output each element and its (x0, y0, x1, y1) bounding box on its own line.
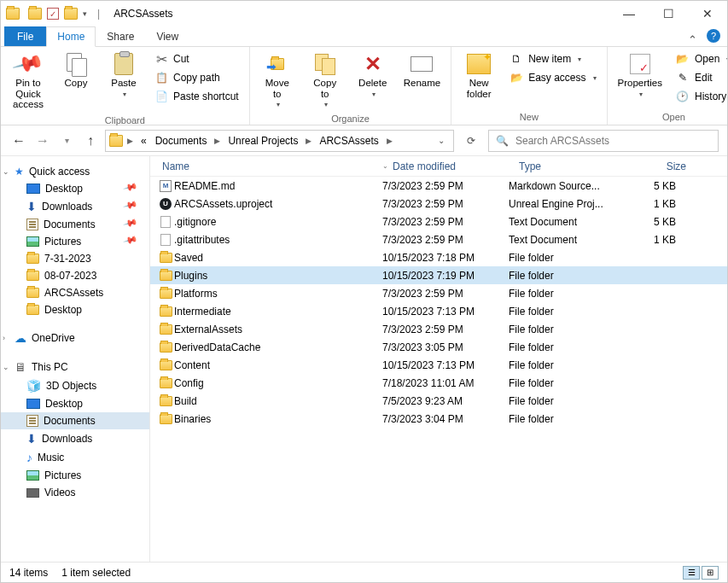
collapse-ribbon-icon[interactable]: ⌃ (681, 33, 703, 46)
table-row[interactable]: ExternalAssets7/3/2023 2:59 PMFile folde… (150, 320, 727, 338)
nav-folder[interactable]: 08-07-2023 (1, 267, 149, 284)
table-row[interactable]: MREADME.md7/3/2023 2:59 PMMarkdown Sourc… (150, 177, 727, 195)
copy-path-button[interactable]: 📋Copy path (149, 69, 244, 86)
col-size[interactable]: Size (640, 160, 691, 172)
close-button[interactable]: ✕ (688, 1, 727, 26)
up-button[interactable]: ↑ (81, 131, 100, 150)
breadcrumb-ellipsis[interactable]: « (137, 135, 150, 147)
qat-explorer-icon[interactable] (28, 8, 42, 20)
table-row[interactable]: .gitignore7/3/2023 2:59 PMText Document5… (150, 213, 727, 230)
nav-downloads[interactable]: ⬇Downloads (1, 429, 149, 448)
table-row[interactable]: Binaries7/3/2023 3:04 PMFile folder (150, 410, 727, 428)
qat-properties-icon[interactable]: ✓ (47, 8, 59, 20)
nav-desktop[interactable]: Desktop (1, 395, 149, 412)
table-row[interactable]: Plugins10/15/2023 7:19 PMFile folder (150, 266, 727, 284)
nav-documents[interactable]: Documents (1, 412, 149, 429)
col-date[interactable]: Date modified (387, 160, 514, 172)
copy-to-icon (315, 54, 335, 74)
paste-shortcut-button[interactable]: 📄Paste shortcut (149, 88, 244, 105)
file-name: DerivedDataCache (174, 341, 377, 353)
easy-access-button[interactable]: 📂Easy access▾ (504, 69, 601, 86)
expand-icon[interactable]: ⌄ (3, 167, 9, 176)
table-row[interactable]: Build7/5/2023 9:23 AMFile folder (150, 392, 727, 410)
chevron-right-icon[interactable]: ▶ (212, 137, 223, 145)
thumbnails-view-button[interactable]: ⊞ (702, 566, 719, 580)
breadcrumb[interactable]: Documents (152, 135, 211, 147)
pin-quick-access-button[interactable]: 📌 Pin to Quick access (6, 49, 50, 114)
file-type: File folder (504, 270, 630, 282)
history-button[interactable]: 🕑History (671, 88, 728, 105)
breadcrumb[interactable]: Unreal Projects (224, 135, 301, 147)
chevron-right-icon[interactable]: ▶ (125, 137, 136, 145)
nav-pictures[interactable]: Pictures📌 (1, 233, 149, 250)
table-row[interactable]: Platforms7/3/2023 2:59 PMFile folder (150, 284, 727, 302)
maximize-button[interactable]: ☐ (649, 1, 688, 26)
nav-documents[interactable]: Documents📌 (1, 216, 149, 233)
table-row[interactable]: Content10/15/2023 7:13 PMFile folder (150, 356, 727, 374)
table-row[interactable]: .gitattributes7/3/2023 2:59 PMText Docum… (150, 230, 727, 248)
nav-quick-access[interactable]: ⌄★Quick access (1, 163, 149, 180)
file-date: 7/3/2023 2:59 PM (377, 180, 504, 192)
table-row[interactable]: UARCSAssets.uproject7/3/2023 2:59 PMUnre… (150, 195, 727, 213)
refresh-button[interactable]: ⟳ (459, 130, 483, 152)
table-row[interactable]: Intermediate10/15/2023 7:13 PMFile folde… (150, 302, 727, 320)
new-item-button[interactable]: 🗋New item▾ (504, 50, 601, 67)
help-icon[interactable]: ? (707, 29, 720, 43)
table-row[interactable]: DerivedDataCache7/3/2023 3:05 PMFile fol… (150, 338, 727, 356)
copy-path-icon: 📋 (154, 71, 168, 85)
copy-icon (65, 53, 87, 75)
new-folder-button[interactable]: New folder (457, 49, 501, 102)
tab-file[interactable]: File (4, 26, 46, 46)
expand-icon[interactable]: ⌄ (3, 363, 9, 371)
details-view-button[interactable]: ☰ (683, 566, 700, 580)
edit-button[interactable]: ✎Edit (671, 69, 728, 86)
rename-button[interactable]: Rename (399, 49, 446, 92)
col-type[interactable]: Type (514, 160, 640, 172)
expand-icon[interactable]: › (3, 334, 5, 342)
table-row[interactable]: Saved10/15/2023 7:18 PMFile folder (150, 248, 727, 266)
search-input[interactable]: 🔍 Search ARCSAssets (488, 130, 719, 152)
nav-desktop[interactable]: Desktop📌 (1, 180, 149, 197)
chevron-right-icon[interactable]: ▶ (303, 137, 314, 145)
qat-newfolder-icon[interactable] (64, 8, 78, 20)
minimize-button[interactable]: — (609, 1, 649, 26)
open-button[interactable]: 📂Open▾ (671, 50, 728, 67)
breadcrumb[interactable]: ARCSAssets (316, 135, 381, 147)
file-name: Intermediate (174, 306, 377, 318)
back-button[interactable]: ← (9, 131, 28, 150)
copy-button[interactable]: Copy (54, 49, 98, 92)
file-name: ARCSAssets.uproject (174, 198, 377, 210)
address-bar[interactable]: ▶ « Documents ▶ Unreal Projects ▶ ARCSAs… (105, 130, 454, 152)
desktop-icon (26, 399, 40, 409)
tab-view[interactable]: View (145, 26, 189, 46)
copy-to-button[interactable]: Copy to▾ (303, 49, 347, 112)
tab-share[interactable]: Share (96, 26, 145, 46)
tab-home[interactable]: Home (46, 26, 96, 47)
nav-folder[interactable]: 7-31-2023 (1, 250, 149, 267)
properties-button[interactable]: Properties▾ (613, 49, 667, 102)
table-row[interactable]: Config7/18/2023 11:01 AMFile folder (150, 374, 727, 392)
delete-button[interactable]: ✕Delete▾ (351, 49, 395, 102)
cut-button[interactable]: ✂Cut (149, 50, 244, 67)
recent-dropdown[interactable]: ▾ (57, 131, 76, 150)
forward-button[interactable]: → (33, 131, 52, 150)
paste-button[interactable]: Paste ▾ (102, 49, 146, 102)
chevron-right-icon[interactable]: ▶ (384, 137, 395, 145)
nav-folder[interactable]: ARCSAssets (1, 284, 149, 301)
nav-music[interactable]: ♪Music (1, 448, 149, 467)
sort-indicator-icon: ⌄ (377, 162, 387, 170)
new-folder-icon (467, 54, 491, 74)
col-name[interactable]: Name (157, 160, 377, 172)
nav-folder[interactable]: Desktop (1, 301, 149, 318)
nav-videos[interactable]: Videos (1, 484, 149, 501)
nav-onedrive[interactable]: ›☁OneDrive (1, 329, 149, 347)
nav-downloads[interactable]: ⬇Downloads📌 (1, 197, 149, 216)
nav-this-pc[interactable]: ⌄🖥This PC (1, 358, 149, 376)
rename-icon (411, 56, 433, 72)
nav-pictures[interactable]: Pictures (1, 467, 149, 484)
address-dropdown-icon[interactable]: ⌄ (433, 136, 450, 145)
move-to-button[interactable]: ➡Move to▾ (255, 49, 300, 112)
nav-3d-objects[interactable]: 🧊3D Objects (1, 376, 149, 395)
qat-dropdown-icon[interactable]: ▾ (83, 9, 87, 18)
ribbon: 📌 Pin to Quick access Copy Paste ▾ ✂Cut … (1, 47, 727, 125)
